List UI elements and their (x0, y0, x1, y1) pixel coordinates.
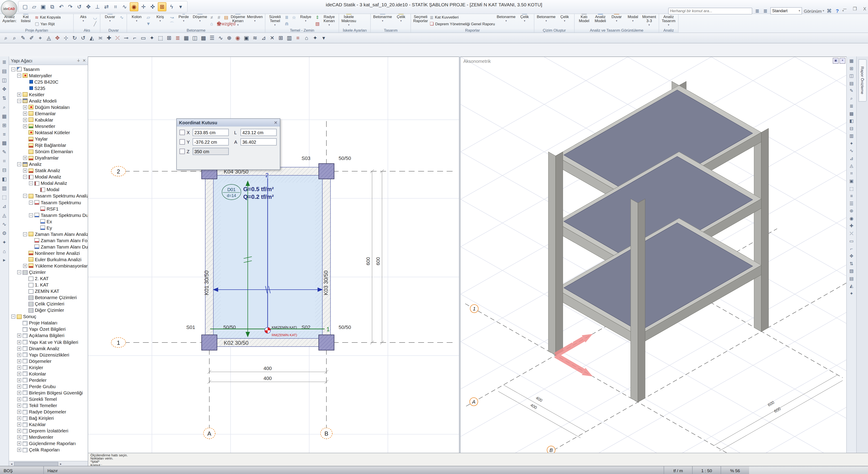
toolbar-icon[interactable]: ⊞ (165, 34, 173, 42)
ribbon-item[interactable]: ≋ Kat Kopyala (34, 14, 72, 21)
viewport-restore-icon[interactable]: ▣ (833, 58, 839, 64)
tree-item[interactable]: Zaman Tanım Alanı Durumları (9, 244, 88, 250)
toolbar-icon[interactable]: ⊸ (122, 34, 130, 42)
tree-item[interactable]: Proje Hataları (9, 320, 88, 326)
tree-expander[interactable]: + (17, 365, 21, 369)
toolbar-icon[interactable]: ↻ (70, 34, 79, 42)
side-tool-icon[interactable]: ⌐ (850, 246, 853, 251)
tree-expander[interactable]: + (17, 353, 21, 357)
tree-expander[interactable] (29, 239, 33, 243)
tree-item[interactable]: + Kolonlar (9, 371, 88, 377)
pane-splitter[interactable] (459, 57, 461, 453)
app-logo-icon[interactable]: ideCAD (1, 0, 17, 17)
side-tool-icon[interactable]: ≡ (850, 193, 853, 198)
tree-item[interactable]: − Modal Analiz (9, 180, 88, 187)
side-tool-icon[interactable]: ⌗ (3, 158, 6, 164)
tree-item[interactable]: + Düğüm Noktaları (9, 104, 88, 110)
ribbon-item[interactable]: ↝ (168, 14, 176, 21)
side-tool-icon[interactable]: ◉ (849, 216, 853, 221)
undo-icon[interactable]: ↶ (57, 3, 65, 11)
status-cell[interactable]: % 56 (721, 466, 749, 474)
tree-item[interactable]: + Yapı Kat ve Yük Bilgileri (9, 339, 88, 345)
tree-expander[interactable]: + (17, 340, 21, 344)
ribbon-item[interactable]: �względ (222, 21, 230, 27)
qat-overflow-icon[interactable]: ▾ (177, 3, 184, 11)
tree-item[interactable]: 1. KAT (9, 282, 88, 288)
side-tool-icon[interactable]: ✎ (2, 149, 6, 155)
tree-expander[interactable]: + (17, 416, 21, 420)
side-tool-icon[interactable]: ◫ (2, 77, 7, 83)
toolbar-icon[interactable]: ◫ (191, 34, 199, 42)
tree-expander[interactable]: + (17, 384, 21, 388)
ribbon-item[interactable]: ≣ Kat Kuvvetleri (429, 14, 496, 21)
side-tool-icon[interactable]: ≡ (3, 131, 6, 137)
toolbar-icon[interactable]: ▣ (242, 34, 250, 42)
side-tool-icon[interactable]: ▦ (849, 58, 854, 63)
tree-item[interactable]: Betonarme Çizimleri (9, 294, 88, 301)
ribbon-item[interactable]: # (215, 14, 222, 21)
side-tool-icon[interactable]: ≣ (2, 59, 6, 65)
plan-viewport[interactable]: 600 600 400 400 (88, 57, 459, 453)
toolbar-icon[interactable]: ∿ (217, 34, 225, 42)
toolbar-icon[interactable]: ⊹ (62, 34, 70, 42)
tree-expander[interactable]: + (17, 92, 21, 96)
tree-item[interactable]: + Açıklama Bilgileri (9, 333, 88, 339)
command-line-panel[interactable]: Ölçülendirme hattı seçin. Noktaları veri… (88, 453, 868, 466)
tree-item[interactable]: + Bağ Kirişleri (9, 415, 88, 421)
new-file-icon[interactable]: ▢ (21, 3, 29, 11)
tree-expander[interactable]: + (17, 442, 21, 446)
side-tool-icon[interactable]: ⌗ (850, 170, 852, 176)
open-icon[interactable]: ▱ (30, 3, 38, 11)
tree-item[interactable]: Zaman Tanım Alanı Fonksiyon (9, 238, 88, 244)
tree-item[interactable]: Euler Burkulma Analizi (9, 256, 88, 263)
tree-item[interactable]: + Diyaframlar (9, 155, 88, 161)
ribbon-item[interactable]: ◡ (91, 14, 98, 21)
tree-expander[interactable] (23, 150, 27, 154)
side-tool-icon[interactable]: ▣ (849, 179, 854, 184)
tree-item[interactable]: − Tasarım Spektrumu (9, 199, 88, 206)
tree-item[interactable]: + Elemanlar (9, 110, 88, 117)
side-tool-icon[interactable]: ⌂ (3, 249, 6, 254)
toolbar-icon[interactable]: ▦ (182, 34, 190, 42)
tree-item[interactable]: + Kesitler (9, 91, 88, 98)
tree-expander[interactable]: − (11, 315, 16, 319)
tree-expander[interactable]: + (17, 410, 21, 414)
view-menu-button[interactable]: Görünüm▾ (804, 8, 824, 13)
side-tool-icon[interactable]: ▥ (849, 133, 854, 138)
toolbar-icon[interactable]: ⌐ (131, 34, 139, 42)
spline-icon[interactable]: ∿ (121, 3, 128, 11)
layer-list-icon[interactable]: ≣ (754, 8, 761, 14)
tree-expander[interactable]: + (17, 404, 21, 408)
save-icon[interactable]: ▣ (39, 3, 47, 11)
tree-item[interactable]: − Tasarım Spektrumu Analizi (9, 193, 88, 199)
toolbar-icon[interactable]: ≋ (251, 34, 259, 42)
tree-item[interactable]: + Kabuklar (9, 117, 88, 123)
y-coordinate-field[interactable] (193, 138, 229, 146)
tree-item[interactable]: Çelik Çizimleri (9, 301, 88, 307)
toolbar-icon[interactable]: ⌂ (303, 34, 311, 42)
side-tool-icon[interactable]: ◭ (850, 283, 853, 288)
layer-stack-icon[interactable]: ≣ (762, 8, 769, 14)
tree-expander[interactable]: − (23, 232, 27, 236)
side-tool-icon[interactable]: ⌕ (3, 104, 6, 110)
tree-item[interactable]: RSF1 (9, 206, 88, 212)
tree-expander[interactable]: − (11, 67, 16, 71)
tree-item[interactable]: − Tasarım Spektrumu Durumları (9, 212, 88, 218)
ribbon-item[interactable]: ≠ (208, 14, 215, 21)
side-tool-icon[interactable]: ◧ (849, 118, 854, 123)
tree-item[interactable]: + Kirişler (9, 364, 88, 371)
ribbon-item[interactable]: ⇕ (314, 14, 321, 21)
tree-item[interactable]: Rijit Bağlantılar (9, 142, 88, 149)
toolbar-icon[interactable]: ⌕ (2, 34, 10, 42)
side-tool-icon[interactable]: ◫ (849, 73, 854, 78)
tree-item[interactable]: Ex (9, 218, 88, 225)
tree-expander[interactable]: − (17, 270, 21, 274)
tree-expander[interactable]: + (17, 435, 21, 439)
search-input[interactable] (668, 7, 752, 14)
coordbox-close-icon[interactable]: ✕ (274, 120, 278, 125)
tree-item[interactable]: Sönüm Elemanları (9, 149, 88, 155)
tree-expander[interactable] (23, 131, 27, 135)
side-tool-icon[interactable]: ◬ (850, 163, 853, 168)
ribbon-item[interactable]: ⌂ (208, 21, 215, 27)
tree-expander[interactable]: − (23, 194, 27, 198)
